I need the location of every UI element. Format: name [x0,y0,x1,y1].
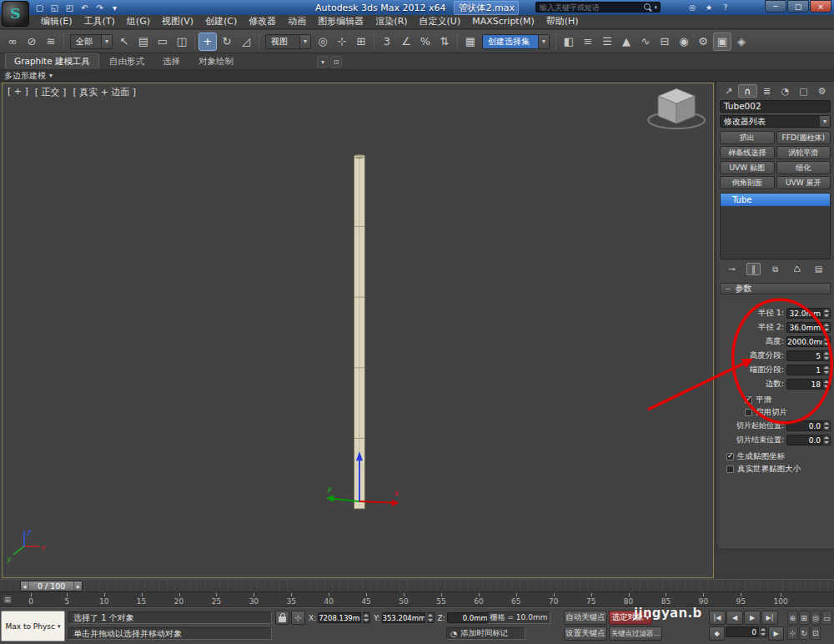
search-box[interactable]: ▾ [535,2,661,13]
play-animation-button[interactable]: ▶ [744,611,761,625]
spinner-arrows[interactable] [823,350,831,361]
previous-frame-nub[interactable]: ◀ [21,581,29,591]
checkbox[interactable] [745,409,752,416]
minimize-button[interactable]: ─ [765,0,786,13]
select-by-name-icon[interactable]: ▤ [134,33,153,51]
close-button[interactable]: × [810,0,831,13]
parameter-spinner-field[interactable]: 2000.0mm [786,336,823,347]
viewport-canvas[interactable]: y x x y z [3,83,713,577]
render-production-icon[interactable]: ◈ [732,33,751,51]
modify-tab-icon[interactable]: ∩ [738,84,757,98]
align-icon[interactable]: ≡ [579,33,597,51]
ribbon-style-icon[interactable]: ▾ [317,56,329,68]
snaps-toggle-icon[interactable]: 3 [378,33,396,51]
next-frame-nub[interactable]: ▶ [73,581,82,591]
absolute-mode-toggle-icon[interactable]: ⊹ [291,611,305,625]
undo-icon[interactable]: ↶ [78,2,91,13]
menu-item[interactable]: 帮助(H) [540,15,585,28]
keyboard-override-icon[interactable]: ⊞ [352,33,370,51]
modifier-button[interactable]: 涡轮平滑 [776,146,831,159]
next-frame-button[interactable]: ▶ [768,626,784,641]
search-input[interactable] [540,3,642,12]
menu-item[interactable]: 工具(T) [78,15,121,28]
use-pivot-center-icon[interactable]: ◎ [314,33,332,51]
new-scene-icon[interactable]: ▢ [33,2,46,13]
viewport-shading-menu[interactable]: [ 真实 + 边面 ] [73,86,136,98]
reference-coordinate-dropdown[interactable]: 视图 ▾ [265,34,311,49]
unlink-selection-icon[interactable]: ⊘ [23,33,41,51]
auto-key-button[interactable]: 自动关键点 [564,611,607,625]
render-setup-icon[interactable]: ⚙ [694,33,712,51]
object-name-field[interactable]: Tube002 [720,100,831,113]
modifier-list-dropdown[interactable]: 修改器列表 ▾ [720,115,831,128]
menu-item[interactable]: 动画 [282,15,312,28]
zoom-extents-icon[interactable]: ◎ [811,611,821,625]
layer-manager-icon[interactable]: ☰ [598,33,616,51]
modifier-button[interactable]: 细化 [776,161,831,174]
modifier-button[interactable]: UVW 展开 [776,176,831,189]
key-filters-button[interactable]: 关键点过滤器... [609,626,662,641]
viewport-pov-menu[interactable]: [ 正交 ] [35,86,67,98]
zoom-icon[interactable]: ⊕ [787,611,798,625]
spinner-snap-icon[interactable]: ⇅ [435,33,454,51]
selection-lock-toggle[interactable] [275,611,289,625]
ribbon-tab[interactable]: 自由形式 [101,54,153,69]
go-to-start-button[interactable]: |◀ [709,611,726,625]
coordinate-input[interactable]: 7208.139mm [318,612,361,623]
selection-filter-dropdown[interactable]: 全部 ▾ [70,34,113,49]
spinner-arrows[interactable] [823,365,831,375]
viewport[interactable]: [ + ] [ 正交 ] [ 真实 + 边面 ] [2,83,714,578]
menu-item[interactable]: 创建(C) [199,15,243,28]
make-unique-icon[interactable]: ⧉ [768,263,782,275]
redo-icon[interactable]: ↷ [93,2,106,13]
modifier-button[interactable]: 倒角剖面 [720,176,775,189]
coordinate-input[interactable]: 0.0mm [447,612,490,623]
favorites-icon[interactable]: ★ [702,2,716,13]
create-tab-icon[interactable]: ↗ [720,84,737,98]
ribbon-tab[interactable]: 选择 [154,54,188,69]
show-end-result-icon[interactable]: ‖ [746,263,761,275]
modifier-button[interactable]: 挤出 [720,131,775,144]
motion-tab-icon[interactable]: ◔ [776,84,794,98]
modifier-button[interactable]: FFD(圆柱体) [776,131,831,144]
orbit-icon[interactable]: ↻ [799,626,810,640]
menu-item[interactable]: 自定义(U) [414,15,467,28]
remove-modifier-icon[interactable]: ♺ [790,263,804,275]
select-and-rotate-icon[interactable]: ↻ [218,33,236,51]
max-to-physx-button[interactable]: Max to Physc ▾ [1,611,65,641]
window-crossing-icon[interactable]: ◫ [173,33,191,51]
menu-item[interactable]: 渲染(R) [369,15,413,28]
search-icon[interactable] [644,3,652,12]
bind-to-spacewarp-icon[interactable]: ≋ [42,33,60,51]
graphite-toggle-icon[interactable]: ▲ [617,33,636,51]
current-frame-field[interactable]: 0 [726,626,759,637]
track-bar[interactable]: ⊞ 05101520253035404550556065707580859095… [0,592,834,607]
curve-editor-icon[interactable]: ∿ [636,33,655,51]
parameter-spinner-field[interactable]: 32.0mm [786,308,823,319]
time-tag-field[interactable]: ◔ 添加时间标记 [446,627,525,640]
select-and-manipulate-icon[interactable]: ⊹ [333,33,351,51]
save-file-icon[interactable]: ◰ [63,2,76,13]
tab-polygon-modeling[interactable]: 多边形建模 ▾ [4,70,53,82]
menu-item[interactable]: 组(G) [121,15,156,28]
scene-dropdown-icon[interactable]: ▾ [108,2,121,13]
parameters-rollout-header[interactable]: − 参数 [720,283,831,294]
mirror-icon[interactable]: ◧ [560,33,578,51]
spinner-arrows[interactable] [823,379,831,390]
hierarchy-tab-icon[interactable]: ≣ [758,84,776,98]
spinner-arrows[interactable] [823,308,831,319]
spinner-arrows[interactable] [823,322,831,333]
parameter-spinner-field[interactable]: 18 [786,379,823,390]
modifier-stack[interactable]: Tube [720,193,831,259]
spinner-arrows[interactable] [823,435,831,445]
checkbox[interactable]: ✓ [745,396,752,404]
open-mini-curve-editor-button[interactable]: ⊞ [2,594,13,605]
parameter-spinner-field[interactable]: 5 [786,350,823,361]
parameter-spinner-field[interactable]: 0.0 [786,435,823,445]
zoom-region-icon[interactable]: ▭ [821,611,832,625]
percent-snap-icon[interactable]: % [416,33,435,51]
select-and-scale-icon[interactable]: ◿ [237,33,255,51]
coordinate-input[interactable]: 353.204mm [382,612,425,623]
sign-in-icon[interactable]: ◎ [686,2,699,13]
timeline-track[interactable] [2,581,832,591]
